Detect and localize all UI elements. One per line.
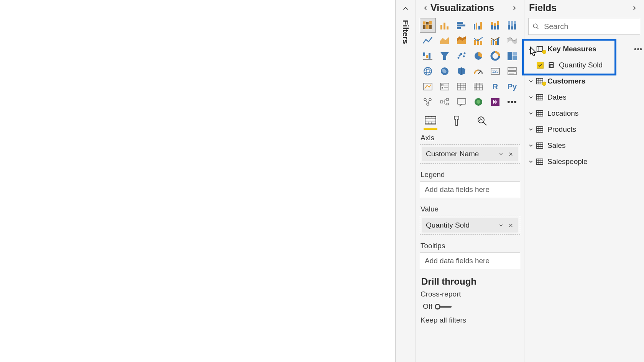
100-stacked-column-chart-icon[interactable]: [504, 18, 520, 33]
format-tab-icon[interactable]: [450, 114, 463, 130]
chevron-down-icon[interactable]: [527, 110, 535, 116]
svg-point-44: [460, 53, 462, 55]
table-products[interactable]: Products: [525, 121, 643, 138]
table-label: Customers: [547, 77, 585, 85]
svg-rect-34: [491, 40, 492, 45]
cross-report-toggle[interactable]: [435, 303, 452, 310]
svg-rect-13: [476, 23, 477, 29]
table-dates[interactable]: Dates: [525, 89, 643, 105]
remove-field-icon[interactable]: [506, 150, 516, 158]
line-clustered-column-chart-icon[interactable]: [487, 33, 503, 48]
chevron-down-icon[interactable]: [496, 150, 506, 158]
fields-tab-icon[interactable]: [424, 114, 437, 130]
chevron-up-icon[interactable]: [527, 46, 535, 52]
column-chart-icon[interactable]: [437, 18, 453, 33]
chevron-down-icon[interactable]: [527, 78, 535, 84]
stacked-column-chart-icon[interactable]: [487, 18, 503, 33]
slicer-icon[interactable]: [437, 79, 453, 94]
shape-map-icon[interactable]: [453, 64, 470, 79]
svg-rect-5: [429, 25, 432, 29]
expand-fields-icon[interactable]: [629, 3, 639, 13]
field-quantity-sold[interactable]: Quantity Sold: [525, 57, 643, 73]
arcgis-map-icon[interactable]: [470, 95, 486, 109]
analytics-tab-icon[interactable]: [476, 114, 489, 130]
visualization-gallery: 123 R Py •••: [416, 18, 524, 109]
remove-field-icon[interactable]: [506, 221, 516, 229]
waterfall-chart-icon[interactable]: [420, 49, 436, 63]
r-visual-icon[interactable]: R: [487, 79, 503, 94]
stacked-area-chart-icon[interactable]: [453, 33, 470, 48]
table-locations[interactable]: Locations: [525, 105, 643, 121]
scatter-chart-icon[interactable]: [453, 49, 470, 63]
tooltips-field-well[interactable]: Add data fields here: [420, 252, 520, 269]
line-stacked-column-chart-icon[interactable]: [470, 33, 486, 48]
axis-field-chip[interactable]: Customer Name: [422, 147, 518, 161]
gauge-icon[interactable]: [470, 64, 486, 79]
table-customers[interactable]: Customers: [525, 73, 643, 89]
multirow-card-icon[interactable]: [504, 64, 520, 79]
ribbon-chart-icon[interactable]: [504, 33, 520, 48]
clustered-column-chart-icon[interactable]: [470, 18, 486, 33]
key-influencers-icon[interactable]: [420, 95, 436, 109]
table-key-measures[interactable]: Key Measures •••: [525, 41, 643, 57]
legend-field-well[interactable]: Add data fields here: [420, 181, 520, 198]
funnel-chart-icon[interactable]: [437, 49, 453, 63]
stacked-bar-chart-icon[interactable]: [420, 18, 436, 33]
svg-rect-52: [513, 56, 517, 60]
value-section-label: Value: [416, 201, 524, 216]
powerapps-visual-icon[interactable]: [487, 95, 503, 109]
svg-point-124: [552, 66, 553, 67]
python-visual-icon[interactable]: Py: [504, 79, 520, 94]
fields-search-box[interactable]: [528, 18, 640, 35]
matrix-icon[interactable]: [470, 79, 486, 94]
line-chart-icon[interactable]: [420, 33, 436, 48]
qna-visual-icon[interactable]: [453, 95, 470, 109]
chevron-down-icon[interactable]: [496, 221, 506, 229]
table-icon: [535, 94, 544, 101]
field-checkbox[interactable]: [537, 62, 544, 69]
chevron-down-icon[interactable]: [527, 126, 535, 133]
expand-visualizations-icon[interactable]: [509, 3, 519, 13]
pie-chart-icon[interactable]: [470, 49, 486, 63]
bar-chart-icon[interactable]: [453, 18, 470, 33]
table-sales[interactable]: Sales: [525, 138, 643, 154]
visualizations-title: Visualizations: [430, 2, 509, 13]
kpi-icon[interactable]: [420, 79, 436, 94]
svg-rect-140: [537, 127, 543, 133]
axis-field-well[interactable]: Customer Name: [420, 144, 520, 164]
value-field-well[interactable]: Quantity Sold: [420, 216, 520, 235]
collapse-visualizations-icon[interactable]: [421, 3, 430, 13]
more-visuals-icon[interactable]: •••: [504, 95, 520, 109]
report-canvas[interactable]: [0, 0, 396, 362]
svg-line-85: [426, 100, 427, 103]
svg-line-57: [478, 71, 481, 74]
chevron-down-icon[interactable]: [527, 159, 535, 165]
card-icon[interactable]: 123: [487, 64, 503, 79]
chevron-down-icon[interactable]: [527, 143, 535, 149]
svg-text:123: 123: [492, 69, 499, 74]
search-input[interactable]: [543, 22, 636, 31]
tooltips-section-label: Tooltips: [416, 238, 524, 252]
more-options-icon[interactable]: •••: [634, 45, 642, 53]
svg-marker-28: [440, 37, 449, 44]
area-chart-icon[interactable]: [437, 33, 453, 48]
table-salespeople[interactable]: Salespeople: [525, 154, 643, 170]
filters-label: Filters: [401, 20, 410, 44]
donut-chart-icon[interactable]: [487, 49, 503, 63]
filled-map-icon[interactable]: [437, 64, 453, 79]
svg-point-122: [550, 66, 550, 67]
chevron-down-icon[interactable]: [527, 94, 535, 100]
svg-rect-130: [537, 95, 543, 100]
decomposition-tree-icon[interactable]: [437, 95, 453, 109]
treemap-icon[interactable]: [504, 49, 520, 63]
table-visual-icon[interactable]: [453, 79, 470, 94]
fields-title: Fields: [529, 2, 629, 13]
value-field-chip[interactable]: Quantity Sold: [422, 218, 518, 233]
svg-point-46: [464, 52, 466, 54]
table-label: Salespeople: [547, 157, 588, 166]
filters-panel-collapsed[interactable]: Filters: [396, 0, 416, 362]
map-globe-icon[interactable]: [420, 64, 436, 79]
search-icon: [532, 23, 539, 30]
svg-rect-87: [440, 101, 443, 103]
expand-filters-icon[interactable]: [401, 5, 410, 15]
